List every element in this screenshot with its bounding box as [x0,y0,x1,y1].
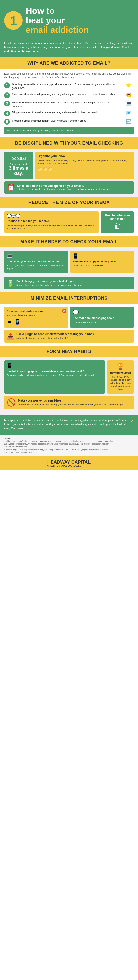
habit-track-text: Do you normally check your email on your… [6,374,102,377]
source-5: 5. HabitRPG https://habitrpg.com/ [4,451,32,453]
source-2: 2. Harvard Business Review, 'A Modest Pr… [4,443,109,445]
why-intro-text: Ever found yourself on your email and ca… [4,72,134,80]
plugin-inner: 📤 Use a plugin to send email without acc… [6,332,132,340]
harder-section-header: MAKE IT HARDER TO CHECK YOUR EMAIL [0,236,138,248]
weekends-content: Make your weekends email-free and ask fr… [18,399,123,406]
addiction-num-2: 2 [4,92,10,98]
email-icon: ✉✉✉ [7,155,30,162]
source-3: 3. Unroll.me http://unroll.me [4,446,27,448]
no-charge-title: Don't charge your phone by your bed at n… [16,280,83,283]
push-notif-text: from your phone and desktop. [6,314,66,317]
check-times-box: ✉✉✉ Check your email 3 times a day. [4,152,33,179]
habits-section: 📱 Use habit tracking apps to consolidate… [0,357,138,415]
plugin-title: Use a plugin to send email without acces… [16,332,95,336]
no-charge-content: Don't charge your phone by your bed at n… [16,280,83,287]
addiction-icon-5: 🔄 [124,119,134,124]
minimize-section: ✕ Remove push notifications from your ph… [0,304,138,346]
bury-app-box: 📱 Bury the email app on your phone so it… [70,251,134,273]
addiction-item-5: 5 Checking email becomes a habit after w… [4,119,134,125]
separate-tab-title: Don't have your emails on a separate tab… [6,260,66,263]
habit-track-box: 📱 Use habit tracking apps to consolidate… [4,360,105,394]
page-title: How to beat your email addiction [26,6,89,35]
set-limit-text: Set a limit on the time you spend on you… [17,184,110,191]
realtime-title: Use real-time messaging tools [73,316,132,320]
minimize-grid: ✕ Remove push notifications from your ph… [4,307,134,328]
no-email-icon: 🚫 [6,398,16,407]
bury-app-title: Bury the email app on your phone [73,260,132,263]
intro-section: Email is an important part of our commun… [0,39,138,57]
tab-icon: 💻 [6,253,66,259]
trophy-icon: 🏆 [110,363,132,370]
habits-grid: 📱 Use habit tracking apps to consolidate… [4,360,134,394]
set-limit-title: Set a limit on the time you spend on you… [17,184,110,188]
reward-text: with a treat if you manage to go a day w… [110,375,132,391]
folder-icons: 📁📁📁 [38,166,132,172]
check-times-value: 3 times a day. [7,165,30,176]
brand-footer: HEADWAY CAPITAL CREDIT FOR SMALL BUSINES… [0,456,138,470]
organize-box: Organize your inbox. Create folders for … [35,152,134,179]
checkmark-icon: ✔ [131,419,134,423]
addiction-num-1: 1 [4,83,10,88]
weekends-text: and ask friends and family to help keep … [18,403,123,406]
addiction-icon-2: 😊 [124,92,134,98]
weekends-inner: 🚫 Make your weekends email-free and ask … [6,398,132,407]
addiction-icon-4: 📧 [124,111,134,116]
organize-text: Create folders for your emails, splittin… [38,159,132,165]
source-4: 4. Boomerang for Gmail http://www.boomer… [4,449,109,450]
bury-app-text: so it's not on your home screen. [73,264,132,267]
check-label: Check your email [7,163,30,165]
habits-section-header: FORM NEW HABITS [0,346,138,357]
unsubscribe-title: Unsubscribe from junk mail.³ [104,214,132,220]
weekends-box: 🚫 Make your weekends email-free and ask … [4,396,134,409]
organize-title: Organize your inbox. [38,154,132,158]
plugin-text: reducing the temptation to get distracte… [16,337,95,340]
addiction-item-3: 3 We continue to check our email. Even t… [4,101,134,108]
page-header: 1 How to beat your email addiction [0,0,138,39]
disciplined-section-header: BE DISCIPLINED WITH YOUR EMAIL CHECKING [0,137,138,149]
addiction-icon-3: 💻 [124,101,134,106]
habit-track-title: Use habit tracking apps to consolidate a… [6,370,102,373]
unsubscribe-box: Unsubscribe from junk mail.³ 🗑 [101,211,134,233]
brand-tagline: CREDIT FOR SMALL BUSINESSES [47,465,91,467]
addiction-item-2: 2 This reward produces dopamine, releasi… [4,92,134,98]
addiction-icon-1: ⭐ [124,83,134,88]
plugin-icon: 📤 [6,332,14,340]
phone-icon: 📱 [73,253,132,259]
push-notif-title: Remove push notifications [6,310,66,313]
no-charge-inner: 🔋 Don't charge your phone by your bed at… [6,280,132,287]
set-limit-box: ⏰ Set a limit on the time you spend on y… [4,181,134,194]
harder-section: 💻 Don't have your emails on a separate t… [0,248,138,292]
reduce-grid: 💬💬💬 Reduce the replies you receive. Befo… [4,211,134,233]
disciplined-grid: ✉✉✉ Check your email 3 times a day. Orga… [4,152,134,179]
realtime-msg-box: 💬 Use real-time messaging tools to commu… [70,307,134,328]
reduce-replies-title: Reduce the replies you receive. [6,220,96,223]
reward-box: 🏆 Reward yourself with a treat if you ma… [107,360,134,394]
battery-icon: 🔋 [6,280,14,287]
reduce-section-header: REDUCE THE SIZE OF YOUR INBOX [0,197,138,208]
addiction-num-4: 4 [4,111,10,116]
push-notif-box: ✕ Remove push notifications from your ph… [4,307,68,328]
addiction-text-2: This reward produces dopamine, releasing… [12,92,121,96]
addiction-banner: We can beat our addiction by changing ho… [4,127,134,134]
plugin-content: Use a plugin to send email without acces… [16,332,95,340]
addiction-num-5: 5 [4,119,10,125]
step-number: 1 [4,11,23,30]
separate-tab-text: If you do, you will provide your brain w… [6,264,66,270]
realtime-text: to communicate instead. [73,321,132,324]
why-section-header: WHY ARE WE ADDICTED TO EMAIL? [0,57,138,69]
reduce-section: 💬💬💬 Reduce the replies you receive. Befo… [0,208,138,236]
sources-section: Sources 1. Skinner, B. F. (1938). The Be… [0,434,138,456]
brand-logo-area: HEADWAY CAPITAL CREDIT FOR SMALL BUSINES… [47,460,91,467]
harder-grid: 💻 Don't have your emails on a separate t… [4,251,134,289]
reduce-replies-text: Before sending an email, think: is it ab… [6,224,96,230]
clock-icon: ⏰ [7,184,15,191]
reply-icons: 💬💬💬 [6,214,96,218]
disciplined-section: ✉✉✉ Check your email 3 times a day. Orga… [0,149,138,197]
separate-tab-box: 💻 Don't have your emails on a separate t… [4,251,68,273]
trash-icon: 🗑 [104,222,132,230]
brand-name: HEADWAY CAPITAL [47,460,91,465]
sources-label: Sources [4,437,11,439]
weekends-title: Make your weekends email-free [18,399,123,402]
no-charge-box: 🔋 Don't charge your phone by your bed at… [4,277,134,289]
habit-app-icon: 📱 [6,363,102,369]
